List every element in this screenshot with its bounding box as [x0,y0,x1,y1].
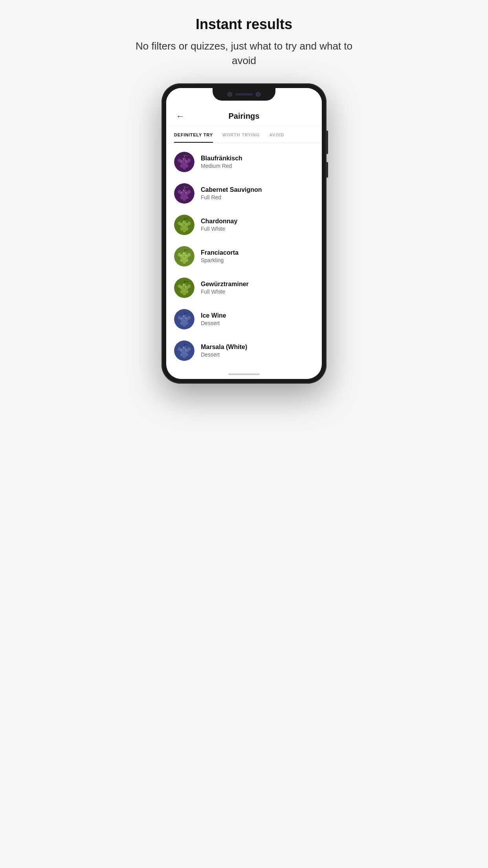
wine-avatar [174,340,194,361]
svg-point-12 [181,160,182,162]
wine-type: Full White [201,289,314,295]
svg-point-66 [183,292,186,295]
wine-info: Ice Wine Dessert [201,312,314,326]
wine-type: Dessert [201,351,314,358]
wine-name: Chardonnay [201,218,314,225]
list-item[interactable]: Blaufränkisch Medium Red [166,146,322,178]
svg-point-82 [181,318,182,319]
wine-avatar [174,278,194,298]
wine-name: Blaufränkisch [201,155,314,162]
wine-type: Dessert [201,320,314,326]
screen-title: Pairings [187,112,301,121]
speaker [235,93,253,96]
notch [213,88,275,101]
svg-point-41 [185,223,187,224]
wine-info: Gewürztraminer Full White [201,281,314,295]
list-item[interactable]: Marsala (White) Dessert [166,335,322,366]
svg-point-49 [187,253,191,256]
svg-point-81 [183,315,184,316]
svg-point-39 [183,221,184,222]
wine-name: Franciacorta [201,249,314,256]
svg-point-91 [187,347,191,351]
wine-info: Chardonnay Full White [201,218,314,232]
svg-point-35 [187,221,191,225]
svg-point-54 [181,255,182,256]
phone-frame: ← Pairings DEFINITELY TRY WORTH TRYING A… [161,83,327,384]
list-item[interactable]: Ice Wine Dessert [166,303,322,335]
wine-avatar [174,215,194,235]
svg-point-24 [183,198,186,201]
svg-point-52 [183,261,186,264]
svg-point-80 [183,324,186,327]
notch-bar [166,88,322,105]
svg-point-26 [181,192,182,193]
svg-point-40 [181,223,182,224]
page-subtitle: No filters or quizzes, just what to try … [126,39,362,68]
phone-bottom [166,370,322,379]
svg-point-77 [187,316,191,319]
svg-point-7 [187,158,191,162]
wine-avatar [174,183,194,204]
svg-point-38 [183,229,186,232]
svg-point-67 [183,284,184,285]
list-item[interactable]: Franciacorta Sparkling [166,241,322,272]
wine-avatar [174,152,194,172]
svg-point-13 [185,160,187,162]
wine-name: Gewürztraminer [201,281,314,288]
svg-point-63 [187,284,191,288]
list-item[interactable]: Chardonnay Full White [166,209,322,241]
page-title: Instant results [126,16,362,33]
wine-name: Cabernet Sauvignon [201,186,314,193]
wine-name: Marsala (White) [201,344,314,351]
svg-point-27 [185,192,187,193]
svg-point-53 [183,252,184,254]
wine-info: Cabernet Sauvignon Full Red [201,186,314,200]
wine-list: Blaufränkisch Medium Red [166,143,322,370]
page-header: Instant results No filters or quizzes, j… [126,16,362,68]
wine-avatar [174,246,194,267]
tab-avoid[interactable]: AVOID [269,132,284,143]
camera-left [227,92,232,97]
svg-point-95 [183,347,184,348]
svg-point-94 [183,355,186,358]
wine-info: Franciacorta Sparkling [201,249,314,263]
svg-point-69 [185,286,187,287]
svg-point-55 [185,255,187,256]
list-item[interactable]: Cabernet Sauvignon Full Red [166,178,322,209]
svg-point-83 [185,318,187,319]
tabs-container: DEFINITELY TRY WORTH TRYING AVOID [166,126,322,143]
tab-worth-trying[interactable]: WORTH TRYING [222,132,260,143]
wine-info: Marsala (White) Dessert [201,344,314,358]
tab-definitely-try[interactable]: DEFINITELY TRY [174,132,213,143]
wine-info: Blaufränkisch Medium Red [201,155,314,169]
list-item[interactable]: Gewürztraminer Full White [166,272,322,303]
wine-type: Full White [201,226,314,232]
wine-type: Sparkling [201,257,314,263]
wine-avatar [174,309,194,329]
wine-type: Medium Red [201,163,314,169]
svg-point-11 [183,158,184,159]
back-button[interactable]: ← [174,110,187,123]
svg-point-97 [185,349,187,350]
home-indicator [228,373,260,375]
back-arrow-icon: ← [176,111,185,121]
wine-name: Ice Wine [201,312,314,319]
camera-right [256,92,261,97]
wine-type: Full Red [201,194,314,200]
svg-point-10 [183,166,186,169]
svg-point-21 [187,190,191,193]
app-header: ← Pairings [166,105,322,126]
svg-point-25 [183,189,184,191]
phone-screen: ← Pairings DEFINITELY TRY WORTH TRYING A… [166,88,322,379]
svg-point-96 [181,349,182,350]
svg-point-68 [181,286,182,287]
